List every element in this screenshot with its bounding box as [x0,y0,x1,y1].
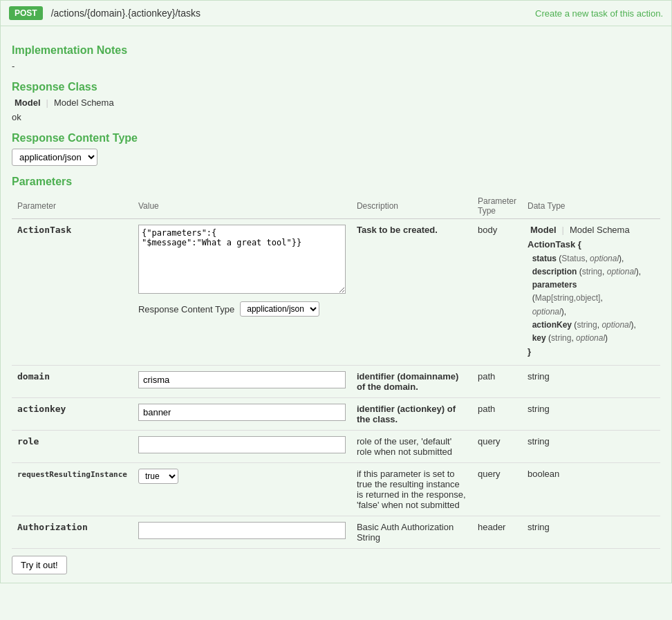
domain-input[interactable] [138,371,346,388]
parameters-table: Parameter Value Description ParameterTyp… [12,194,660,549]
col-description: Description [351,194,472,219]
table-row: ActionTask {"parameters":{ "$message":"W… [12,219,660,366]
response-content-type-wrapper: application/json [12,149,660,166]
response-class-value: ok [12,112,660,122]
data-type-domain: string [522,365,660,397]
inline-rct-select[interactable]: application/json [240,301,319,317]
rri-select[interactable]: true false [138,469,178,484]
table-row: Authorization Basic Auth Authorization S… [12,516,660,548]
model-schema-actiontask: ActionTask { status (Status, optional), … [528,238,655,359]
param-value-actiontask: {"parameters":{ "$message":"What a great… [133,219,351,366]
param-name-rri: requestResultingInstance [12,462,133,516]
param-name-domain: domain [12,365,133,397]
api-endpoint-container: POST /actions/{domain}.{actionkey}/tasks… [0,0,672,583]
dt-tab-schema[interactable]: Model Schema [567,225,633,235]
tab-divider: | [44,97,51,108]
table-row: requestResultingInstance true false if t… [12,462,660,516]
response-content-type-title: Response Content Type [12,132,660,144]
param-value-auth [133,516,351,548]
method-badge: POST [9,6,43,20]
param-value-actionkey [133,397,351,430]
tab-model-schema[interactable]: Model Schema [51,97,117,108]
table-row: actionkey identifier (actionkey) of the … [12,397,660,430]
param-desc-actiontask: Task to be created. [351,219,472,366]
param-type-role: query [472,430,522,462]
table-row: role role of the user, 'default' role wh… [12,430,660,462]
param-desc-domain: identifier (domainname) of the domain. [351,365,472,397]
param-name-actionkey: actionkey [12,397,133,430]
col-parameter: Parameter [12,194,133,219]
main-content: Implementation Notes - Response Class Mo… [1,26,671,583]
param-value-rri: true false [133,462,351,516]
try-it-out-button[interactable]: Try it out! [12,556,67,574]
actiontask-textarea[interactable]: {"parameters":{ "$message":"What a great… [138,225,346,294]
col-data-type: Data Type [522,194,660,219]
param-desc-auth: Basic Auth Authorization String [351,516,472,548]
parameters-title: Parameters [12,176,660,188]
param-type-actionkey: path [472,397,522,430]
data-type-rri: boolean [522,462,660,516]
endpoint-path: /actions/{domain}.{actionkey}/tasks [51,8,527,19]
header-bar: POST /actions/{domain}.{actionkey}/tasks… [1,1,671,26]
data-type-role: string [522,430,660,462]
authorization-input[interactable] [138,522,346,539]
inline-rct-label: Response Content Type [138,304,234,314]
actionkey-input[interactable] [138,404,346,421]
col-param-type: ParameterType [472,194,522,219]
implementation-notes-content: - [12,61,660,71]
param-desc-rri: if this parameter is set to true the res… [351,462,472,516]
param-value-domain [133,365,351,397]
data-type-actionkey: string [522,397,660,430]
implementation-notes-title: Implementation Notes [12,44,660,57]
param-name-role: role [12,430,133,462]
response-content-type-select[interactable]: application/json [12,149,97,166]
param-desc-actionkey: identifier (actionkey) of the class. [351,397,472,430]
data-type-model-tabs: Model | Model Schema [528,225,655,235]
param-desc-role: role of the user, 'default' role when no… [351,430,472,462]
response-class-title: Response Class [12,81,660,93]
dt-tab-model[interactable]: Model [528,225,559,235]
table-header-row: Parameter Value Description ParameterTyp… [12,194,660,219]
inline-response-content-type: Response Content Type application/json [138,301,346,317]
param-type-auth: header [472,516,522,548]
response-class-tabs: Model | Model Schema [12,97,660,108]
role-input[interactable] [138,436,346,453]
data-type-auth: string [522,516,660,548]
param-type-rri: query [472,462,522,516]
param-type-actiontask: body [472,219,522,366]
table-row: domain identifier (domainname) of the do… [12,365,660,397]
param-name-auth: Authorization [12,516,133,548]
data-type-actiontask: Model | Model Schema ActionTask { status… [522,219,660,366]
param-name-actiontask: ActionTask [12,219,133,366]
param-type-domain: path [472,365,522,397]
col-value: Value [133,194,351,219]
param-value-role [133,430,351,462]
tab-model[interactable]: Model [12,97,44,108]
header-description: Create a new task of this action. [535,8,663,19]
